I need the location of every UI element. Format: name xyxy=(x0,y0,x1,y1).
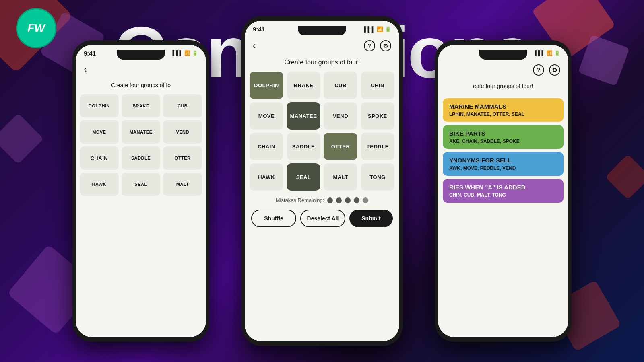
right-help-icon[interactable]: ? xyxy=(533,64,544,76)
help-icon[interactable]: ? xyxy=(364,40,375,51)
right-app-header: ? ⚙ xyxy=(438,61,568,79)
card-bike-parts: BIKE PARTS AKE, CHAIN, SADDLE, SPOKE xyxy=(443,125,564,149)
mistakes-label: Mistakes Remaining: xyxy=(276,197,324,203)
card-marine-words: LPHIN, MANATEE, OTTER, SEAL xyxy=(449,111,557,117)
signal-icon: ▌▌▌ xyxy=(172,50,183,56)
card-synonyms-words: AWK, MOVE, PEDDLE, VEND xyxy=(449,165,557,171)
left-cell-saddle[interactable]: SADDLE xyxy=(122,146,161,170)
left-cell-seal[interactable]: SEAL xyxy=(122,173,161,196)
left-cell-dolphin[interactable]: DOLPHIN xyxy=(80,94,119,117)
card-synonyms-title: YNONYMS FOR SELL xyxy=(449,157,557,164)
left-cell-chain[interactable]: CHAIN xyxy=(80,146,119,170)
notch-left xyxy=(117,50,165,60)
center-signal-icon: ▌▌▌ xyxy=(364,26,375,32)
center-wifi-icon: 📶 xyxy=(377,26,383,32)
cell-tong[interactable]: TONG xyxy=(361,163,394,191)
dot-5 xyxy=(363,197,368,203)
cell-seal[interactable]: SEAL xyxy=(287,163,320,191)
card-cries-words: CHIN, CUB, MALT, TONG xyxy=(449,192,557,198)
left-phone: 9:41 ▌▌▌ 📶 🔋 ‹ Create four groups of fo … xyxy=(72,40,209,342)
mistakes-row: Mistakes Remaining: xyxy=(245,191,399,210)
center-phone-screen: 9:41 ▌▌▌ 📶 🔋 ‹ ? ⚙ Create four groups of… xyxy=(245,21,399,341)
center-header-icons: ? ⚙ xyxy=(364,40,391,51)
deselect-button[interactable]: Deselect All xyxy=(300,210,345,227)
right-phone: ▌▌▌ 📶 🔋 ? ⚙ eate four groups of four! MA… xyxy=(435,40,572,342)
left-back-arrow[interactable]: ‹ xyxy=(84,64,87,75)
center-word-grid: DOLPHIN BRAKE CUB CHIN MOVE MANATEE VEND… xyxy=(245,72,399,191)
cell-spoke[interactable]: SPOKE xyxy=(361,102,394,130)
dot-1 xyxy=(327,197,333,203)
settings-icon[interactable]: ⚙ xyxy=(380,40,391,51)
left-status-time: 9:41 xyxy=(84,50,96,57)
cell-dolphin[interactable]: DOLPHIN xyxy=(250,72,283,99)
right-status-icons: ▌▌▌ 📶 🔋 xyxy=(535,50,560,56)
right-game-subtitle: eate four groups of four! xyxy=(438,79,568,95)
left-status-icons: ▌▌▌ 📶 🔋 xyxy=(172,50,198,56)
center-status-icons: ▌▌▌ 📶 🔋 xyxy=(364,26,391,32)
cell-move[interactable]: MOVE xyxy=(250,102,283,130)
left-phone-screen: 9:41 ▌▌▌ 📶 🔋 ‹ Create four groups of fo … xyxy=(76,45,206,337)
battery-icon: 🔋 xyxy=(192,50,198,56)
notch-right xyxy=(479,50,527,60)
center-app-header: ‹ ? ⚙ xyxy=(245,37,399,55)
center-status-time: 9:41 xyxy=(253,26,265,33)
right-header-icons: ? ⚙ xyxy=(533,64,560,76)
right-signal-icon: ▌▌▌ xyxy=(535,50,545,56)
cell-chin[interactable]: CHIN xyxy=(361,72,394,99)
card-marine-title: MARINE MAMMALS xyxy=(449,103,557,110)
right-wifi-icon: 📶 xyxy=(547,50,553,56)
right-settings-icon[interactable]: ⚙ xyxy=(549,64,560,76)
cell-peddle[interactable]: PEDDLE xyxy=(361,133,394,160)
cell-hawk[interactable]: HAWK xyxy=(250,163,283,191)
left-cell-hawk[interactable]: HAWK xyxy=(80,173,119,196)
cell-otter[interactable]: OTTER xyxy=(324,133,357,160)
dot-3 xyxy=(345,197,351,203)
card-cries-title: RIES WHEN "A" IS ADDED xyxy=(449,184,557,191)
shuffle-button[interactable]: Shuffle xyxy=(251,210,296,227)
bottom-buttons: Shuffle Deselect All Submit xyxy=(245,210,399,235)
center-phone: 9:41 ▌▌▌ 📶 🔋 ‹ ? ⚙ Create four groups of… xyxy=(242,16,402,346)
submit-button[interactable]: Submit xyxy=(349,210,393,227)
dot-2 xyxy=(336,197,342,203)
right-phone-screen: ▌▌▌ 📶 🔋 ? ⚙ eate four groups of four! MA… xyxy=(438,45,568,337)
left-word-grid: DOLPHIN BRAKE CUB MOVE MANATEE VEND CHAI… xyxy=(76,94,206,196)
center-back-arrow[interactable]: ‹ xyxy=(253,41,256,51)
left-cell-vend[interactable]: VEND xyxy=(163,120,202,144)
cell-manatee[interactable]: MANATEE xyxy=(287,102,320,130)
fw-logo: FW xyxy=(16,8,56,48)
card-cries: RIES WHEN "A" IS ADDED CHIN, CUB, MALT, … xyxy=(443,179,564,203)
left-cell-otter[interactable]: OTTER xyxy=(163,146,202,170)
card-bike-words: AKE, CHAIN, SADDLE, SPOKE xyxy=(449,138,557,144)
center-game-subtitle: Create four groups of four! xyxy=(245,55,399,72)
cell-brake[interactable]: BRAKE xyxy=(287,72,320,99)
card-synonyms: YNONYMS FOR SELL AWK, MOVE, PEDDLE, VEND xyxy=(443,152,564,176)
notch-center xyxy=(298,26,346,35)
fw-logo-text: FW xyxy=(27,22,45,35)
cell-chain[interactable]: CHAIN xyxy=(250,133,283,160)
card-marine-mammals: MARINE MAMMALS LPHIN, MANATEE, OTTER, SE… xyxy=(443,98,564,122)
center-battery-icon: 🔋 xyxy=(385,26,391,32)
cell-malt[interactable]: MALT xyxy=(324,163,357,191)
cell-saddle[interactable]: SADDLE xyxy=(287,133,320,160)
left-app-header: ‹ xyxy=(76,61,206,78)
right-battery-icon: 🔋 xyxy=(554,50,560,56)
left-cell-cub[interactable]: CUB xyxy=(163,94,202,117)
dot-4 xyxy=(354,197,359,203)
left-cell-manatee[interactable]: MANATEE xyxy=(122,120,161,144)
left-cell-brake[interactable]: BRAKE xyxy=(122,94,161,117)
wifi-icon: 📶 xyxy=(184,50,190,56)
left-game-subtitle: Create four groups of fo xyxy=(76,78,206,94)
left-cell-malt[interactable]: MALT xyxy=(163,173,202,196)
cell-cub[interactable]: CUB xyxy=(324,72,357,99)
cell-vend[interactable]: VEND xyxy=(324,102,357,130)
left-cell-move[interactable]: MOVE xyxy=(80,120,119,144)
card-bike-title: BIKE PARTS xyxy=(449,130,557,137)
